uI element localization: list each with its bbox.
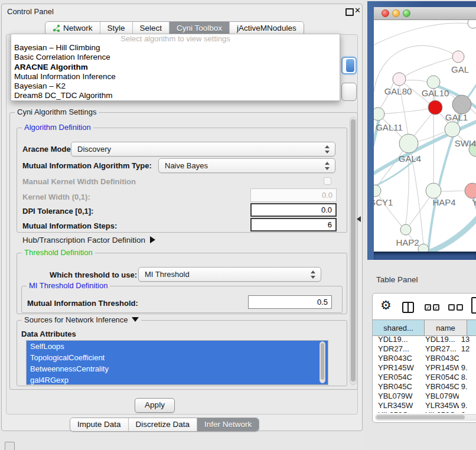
network-combo-partial[interactable]: [341, 83, 357, 101]
dpi-tolerance-input[interactable]: [250, 203, 337, 217]
dropdown-item-aracne-algorithm[interactable]: ARACNE Algorithm: [11, 63, 340, 72]
attribute-item-betweennesscentrality[interactable]: BetweennessCentrality: [27, 363, 328, 374]
table-hscrollbar-thumb[interactable]: [376, 415, 465, 419]
dropdown-item-bayesian-k2[interactable]: Bayesian – K2: [11, 81, 340, 91]
mi-steps-input[interactable]: [250, 218, 337, 231]
column-header-name[interactable]: name: [425, 320, 467, 335]
dropdown-item-basic-correlation-inference[interactable]: Basic Correlation Inference: [11, 53, 340, 62]
settings-scrollbar[interactable]: [350, 117, 357, 385]
network-view-window[interactable]: GALGAL80GAL10GAL1GAL11SWI4GAL4GCY1HAP4YH…: [367, 1, 476, 260]
node-bottom[interactable]: [418, 244, 429, 252]
table-hscrollbar[interactable]: [375, 414, 476, 420]
kernel-width-input[interactable]: [250, 188, 337, 202]
node-gray[interactable]: [452, 95, 471, 114]
dropdown-item-bayesian-hill-climbing[interactable]: Bayesian – Hill Climbing: [11, 43, 340, 53]
node-gal11[interactable]: [374, 107, 384, 120]
node-label-gal: GAL: [451, 64, 469, 74]
settings-scrollbar-thumb[interactable]: [351, 119, 356, 381]
node-swi4[interactable]: [445, 122, 460, 137]
sources-title[interactable]: Sources for Network Inference: [22, 315, 141, 324]
table-cell: YBR043C: [373, 354, 420, 363]
dropdown-item-mutual-information-inference[interactable]: Mutual Information Inference: [11, 72, 340, 81]
network-edge: [374, 23, 468, 45]
network-graph[interactable]: GALGAL80GAL10GAL1GAL11SWI4GAL4GCY1HAP4YH…: [374, 20, 476, 252]
node-top-right[interactable]: [468, 20, 476, 28]
apply-button[interactable]: Apply: [135, 398, 175, 413]
table-row[interactable]: YBL079WYBL079W: [373, 392, 476, 401]
tab-style[interactable]: Style: [100, 22, 133, 35]
table-row[interactable]: YDR27...YDR27...12: [373, 344, 476, 354]
table-row[interactable]: YPR145WYPR145W9.: [373, 363, 476, 373]
network-edge: [440, 191, 465, 191]
node-label-y: Y: [472, 197, 476, 207]
column-header-shared[interactable]: shared...: [373, 320, 425, 335]
node-selected-red[interactable]: [428, 100, 442, 115]
tab-discretize-data[interactable]: Discretize Data: [129, 418, 198, 431]
manual-kernel-width-checkbox[interactable]: [324, 177, 331, 185]
table-row[interactable]: YBR043CYBR043C: [373, 354, 476, 363]
settings-group-title: Cyni Algorithm Settings: [15, 107, 99, 116]
node-gal-top[interactable]: [452, 51, 464, 63]
node-gcy1[interactable]: [374, 185, 381, 197]
dropdown-item-dream8-dc-tdc-algorithm[interactable]: Dream8 DC_TDC Algorithm: [11, 91, 340, 100]
tab-infer-network[interactable]: Infer Network: [197, 418, 259, 431]
mi-algorithm-type-label: Mutual Information Algorithm Type:: [22, 161, 152, 170]
table-row[interactable]: YER054CYER054C8.: [373, 373, 476, 382]
tab-label: Style: [107, 24, 125, 32]
document-icon[interactable]: [471, 297, 476, 314]
table-cell: YBR045C: [420, 382, 459, 392]
table-row[interactable]: YIL052CYIL052C0.: [373, 410, 476, 413]
float-panel-icon[interactable]: [345, 8, 354, 16]
threshold-definition-title: Threshold Definition: [22, 248, 95, 257]
tab-impute-data[interactable]: Impute Data: [70, 418, 129, 431]
attribute-item-gal4rgexp[interactable]: gal4RGexp: [27, 374, 328, 385]
tab-label: Infer Network: [204, 420, 252, 429]
hub-definition-expander[interactable]: Hub/Transcription Factor Definition: [22, 236, 155, 244]
attribute-list-scrollbar-thumb[interactable]: [321, 343, 324, 380]
mi-algorithm-type-combo[interactable]: Naive Bayes: [158, 158, 335, 173]
node-gal10[interactable]: [427, 76, 440, 89]
minimize-window-icon[interactable]: [392, 9, 400, 17]
node-gal80[interactable]: [393, 73, 406, 86]
node-hap4[interactable]: [426, 183, 441, 198]
tab-select[interactable]: Select: [133, 22, 170, 35]
data-attributes-list[interactable]: SelfLoopsTopologicalCoefficientBetweenne…: [26, 340, 328, 385]
node-hap2[interactable]: [400, 224, 411, 235]
which-threshold-combo[interactable]: MI Threshold: [138, 267, 321, 282]
network-edge: [383, 109, 429, 114]
columns-icon[interactable]: [402, 302, 414, 313]
table-cell: 9.: [459, 382, 476, 392]
chevron-updown-icon: [325, 145, 330, 154]
tab-cyni-toolbox[interactable]: Cyni Toolbox: [169, 22, 230, 35]
expand-arrow-icon: [150, 236, 155, 243]
close-icon[interactable]: ✕: [354, 6, 361, 15]
column-header-a[interactable]: A: [467, 320, 476, 335]
tab-jactivemnodules[interactable]: jActiveMNodules: [230, 22, 304, 35]
tab-label: jActiveMNodules: [237, 24, 296, 32]
table-row[interactable]: YBR045CYBR045C9.: [373, 382, 476, 392]
table-row[interactable]: YDL19...YDL19...13: [373, 335, 476, 344]
close-window-icon[interactable]: [382, 9, 389, 17]
algorithm-combo-focused[interactable]: [341, 57, 357, 74]
mi-steps-label: Mutual Information Steps:: [22, 221, 117, 230]
zoom-window-icon[interactable]: [403, 9, 410, 17]
network-window-titlebar[interactable]: [374, 7, 476, 20]
select-unchecked-icon[interactable]: [448, 304, 463, 311]
hub-definition-label: Hub/Transcription Factor Definition: [22, 236, 145, 244]
gear-icon[interactable]: ⚙: [380, 298, 392, 312]
panel-toggle-icon[interactable]: [5, 442, 15, 450]
attribute-item-selfloops[interactable]: SelfLoops: [27, 341, 328, 352]
attribute-list-scrollbar[interactable]: [319, 341, 325, 383]
node-gal4[interactable]: [399, 134, 418, 153]
network-edge-thick: [431, 216, 476, 252]
tab-network[interactable]: Network: [45, 22, 100, 35]
select-checked-icon[interactable]: ✓✓: [425, 304, 439, 311]
split-pane-collapse-icon[interactable]: [357, 216, 361, 222]
aracne-mode-combo[interactable]: Discovery: [71, 142, 335, 156]
node-salmon[interactable]: [465, 183, 476, 198]
network-canvas[interactable]: GALGAL80GAL10GAL1GAL11SWI4GAL4GCY1HAP4YH…: [374, 20, 476, 252]
mutual-information-threshold-input[interactable]: [248, 295, 332, 309]
table-row[interactable]: YLR345WYLR345W9.: [373, 401, 476, 410]
attribute-item-topologicalcoefficient[interactable]: TopologicalCoefficient: [27, 352, 328, 363]
network-edge: [374, 45, 458, 92]
